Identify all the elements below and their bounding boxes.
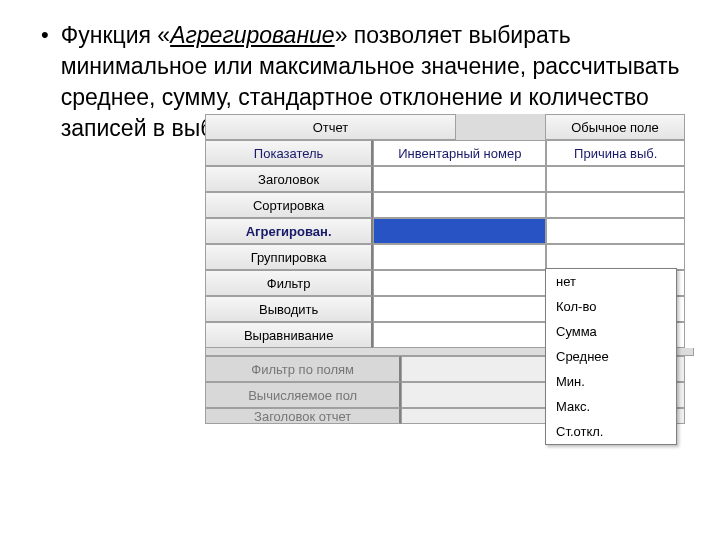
section-label: Отчет <box>205 114 456 140</box>
cell-filter-c1[interactable] <box>373 270 546 296</box>
cell-indicator-c1[interactable]: Инвентарный номер <box>373 140 546 166</box>
dropdown-item-none[interactable]: нет <box>546 269 676 294</box>
dropdown-item-max[interactable]: Макс. <box>546 394 676 419</box>
field-type-label: Обычное поле <box>545 114 685 140</box>
rowlabel-field-filter[interactable]: Фильтр по полям <box>205 356 401 382</box>
row-title: Заголовок <box>205 166 685 192</box>
dropdown-item-count[interactable]: Кол-во <box>546 294 676 319</box>
rowlabel-indicator: Показатель <box>205 140 373 166</box>
row-aggregation: Агрегирован. <box>205 218 685 244</box>
rowlabel-grouping: Группировка <box>205 244 373 270</box>
dropdown-item-avg[interactable]: Среднее <box>546 344 676 369</box>
rowlabel-computed[interactable]: Вычисляемое пол <box>205 382 401 408</box>
cell-indicator-c2[interactable]: Причина выб. <box>546 140 685 166</box>
cell-grouping-c2[interactable] <box>546 244 685 270</box>
row-sort: Сортировка <box>205 192 685 218</box>
dropdown-item-sum[interactable]: Сумма <box>546 319 676 344</box>
rowlabel-align: Выравнивание <box>205 322 373 348</box>
rowlabel-report-title[interactable]: Заголовок отчет <box>205 408 401 424</box>
text-prefix: Функция « <box>61 22 170 48</box>
cell-title-c2[interactable] <box>546 166 685 192</box>
cell-aggregation-c2[interactable] <box>546 218 685 244</box>
cell-grouping-c1[interactable] <box>373 244 546 270</box>
dropdown-item-stddev[interactable]: Ст.откл. <box>546 419 676 444</box>
cell-sort-c2[interactable] <box>546 192 685 218</box>
aggregation-term: Агрегирование <box>170 22 335 48</box>
bullet-icon: • <box>41 20 49 144</box>
cell-aggregation-c1[interactable] <box>373 218 546 244</box>
cell-align-c1[interactable] <box>373 322 546 348</box>
cell-output-c1[interactable] <box>373 296 546 322</box>
rowlabel-aggregation: Агрегирован. <box>205 218 373 244</box>
cell-sort-c1[interactable] <box>373 192 546 218</box>
rowlabel-sort: Сортировка <box>205 192 373 218</box>
report-grid: Отчет Обычное поле Показатель Инвентарны… <box>205 114 685 424</box>
rowlabel-title: Заголовок <box>205 166 373 192</box>
row-grouping: Группировка <box>205 244 685 270</box>
dropdown-item-min[interactable]: Мин. <box>546 369 676 394</box>
row-indicator: Показатель Инвентарный номер Причина выб… <box>205 140 685 166</box>
grid-topbar: Отчет Обычное поле <box>205 114 685 140</box>
rowlabel-output: Выводить <box>205 296 373 322</box>
aggregation-dropdown[interactable]: нет Кол-во Сумма Среднее Мин. Макс. Ст.о… <box>545 268 677 445</box>
topbar-spacer <box>456 114 545 140</box>
rowlabel-filter: Фильтр <box>205 270 373 296</box>
cell-title-c1[interactable] <box>373 166 546 192</box>
